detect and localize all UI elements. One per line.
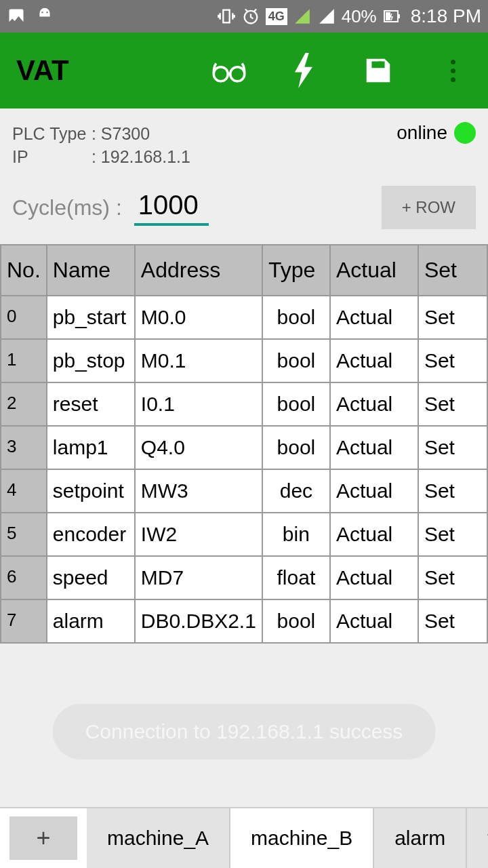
table-row[interactable]: 0pb_startM0.0boolActualSet [1, 296, 487, 339]
vat-table: No. Name Address Type Actual Set 0pb_sta… [0, 244, 488, 644]
cell-actual[interactable]: Actual [330, 426, 418, 469]
app-bar: VAT [0, 33, 488, 108]
lightning-icon[interactable] [285, 52, 323, 90]
tab-machine_A[interactable]: machine_A [87, 808, 230, 868]
android-status-bar: 4G 40% 8:18 PM [0, 0, 488, 33]
cell-actual[interactable]: Actual [330, 339, 418, 382]
cell-name[interactable]: reset [47, 382, 135, 426]
cell-address[interactable]: DB0.DBX2.1 [135, 599, 262, 643]
cell-no: 3 [1, 426, 47, 469]
cell-actual[interactable]: Actual [330, 513, 418, 556]
cell-no: 5 [1, 513, 47, 556]
header-address: Address [135, 245, 262, 296]
cell-actual[interactable]: Actual [330, 469, 418, 513]
cell-address[interactable]: IW2 [135, 513, 262, 556]
cell-set[interactable]: Set [418, 469, 487, 513]
cell-name[interactable]: alarm [47, 599, 135, 643]
tab-alarm[interactable]: alarm [374, 808, 467, 868]
cell-type[interactable]: bool [262, 339, 330, 382]
cell-address[interactable]: MW3 [135, 469, 262, 513]
cell-no: 7 [1, 599, 47, 643]
online-status: online [396, 122, 476, 144]
cell-type[interactable]: bool [262, 382, 330, 426]
alarm-icon [241, 7, 260, 26]
header-no: No. [1, 245, 47, 296]
bottom-tab-bar: + machine_Amachine_Balarmfee [0, 807, 488, 868]
cell-name[interactable]: speed [47, 556, 135, 599]
toast-message: Connection to 192.168.1.1 success [53, 704, 436, 760]
notification-image-icon [7, 7, 26, 26]
table-row[interactable]: 1pb_stopM0.1boolActualSet [1, 339, 487, 382]
table-row[interactable]: 2resetI0.1boolActualSet [1, 382, 487, 426]
cell-no: 2 [1, 382, 47, 426]
online-indicator-icon [454, 122, 476, 144]
cell-type[interactable]: bool [262, 296, 330, 339]
cell-address[interactable]: I0.1 [135, 382, 262, 426]
cell-set[interactable]: Set [418, 556, 487, 599]
cell-no: 1 [1, 339, 47, 382]
cell-set[interactable]: Set [418, 339, 487, 382]
cell-name[interactable]: lamp1 [47, 426, 135, 469]
battery-charging-icon [382, 7, 401, 26]
glasses-icon[interactable] [210, 52, 248, 90]
header-type: Type [262, 245, 330, 296]
table-row[interactable]: 3lamp1Q4.0boolActualSet [1, 426, 487, 469]
plc-type-label: PLC Type [12, 122, 87, 145]
app-title: VAT [16, 54, 69, 87]
svg-rect-9 [378, 62, 382, 67]
cell-address[interactable]: Q4.0 [135, 426, 262, 469]
cell-type[interactable]: bin [262, 513, 330, 556]
cell-name[interactable]: pb_start [47, 296, 135, 339]
svg-rect-6 [386, 12, 390, 20]
table-row[interactable]: 5encoderIW2binActualSet [1, 513, 487, 556]
cell-actual[interactable]: Actual [330, 296, 418, 339]
clock-time: 8:18 PM [411, 5, 481, 27]
cell-address[interactable]: M0.1 [135, 339, 262, 382]
svg-rect-2 [223, 10, 229, 23]
add-row-button[interactable]: + ROW [382, 186, 476, 229]
online-label: online [396, 122, 447, 144]
cell-type[interactable]: float [262, 556, 330, 599]
cell-set[interactable]: Set [418, 382, 487, 426]
vibrate-icon [217, 7, 236, 26]
cell-name[interactable]: encoder [47, 513, 135, 556]
table-row[interactable]: 7alarmDB0.DBX2.1boolActualSet [1, 599, 487, 643]
cell-no: 6 [1, 556, 47, 599]
cell-name[interactable]: pb_stop [47, 339, 135, 382]
cycle-input[interactable]: 1000 [134, 190, 209, 226]
cycle-label: Cycle(ms) : [12, 195, 122, 220]
save-icon[interactable] [359, 52, 397, 90]
cell-type[interactable]: bool [262, 426, 330, 469]
table-row[interactable]: 6speedMD7floatActualSet [1, 556, 487, 599]
cell-actual[interactable]: Actual [330, 599, 418, 643]
cell-name[interactable]: setpoint [47, 469, 135, 513]
cell-actual[interactable]: Actual [330, 556, 418, 599]
table-row[interactable]: 4setpointMW3decActualSet [1, 469, 487, 513]
add-tab-button[interactable]: + [9, 816, 77, 860]
svg-point-7 [214, 67, 228, 81]
cell-set[interactable]: Set [418, 426, 487, 469]
svg-rect-5 [399, 14, 400, 18]
cell-type[interactable]: dec [262, 469, 330, 513]
signal-sim1-icon [293, 7, 312, 26]
tab-machine_B[interactable]: machine_B [230, 808, 374, 868]
more-menu-icon[interactable] [434, 52, 472, 90]
battery-percent: 40% [342, 6, 377, 27]
tab-fee[interactable]: fee [467, 808, 488, 868]
cell-address[interactable]: M0.0 [135, 296, 262, 339]
cell-type[interactable]: bool [262, 599, 330, 643]
header-set: Set [418, 245, 487, 296]
android-head-icon [35, 7, 54, 26]
header-name: Name [47, 245, 135, 296]
table-header-row: No. Name Address Type Actual Set [1, 245, 487, 296]
cell-no: 4 [1, 469, 47, 513]
cell-set[interactable]: Set [418, 513, 487, 556]
cell-address[interactable]: MD7 [135, 556, 262, 599]
svg-point-0 [41, 12, 43, 13]
cell-actual[interactable]: Actual [330, 382, 418, 426]
ip-label: IP [12, 145, 87, 168]
network-4g-icon: 4G [266, 8, 287, 25]
svg-point-1 [46, 12, 47, 13]
cell-set[interactable]: Set [418, 296, 487, 339]
cell-set[interactable]: Set [418, 599, 487, 643]
